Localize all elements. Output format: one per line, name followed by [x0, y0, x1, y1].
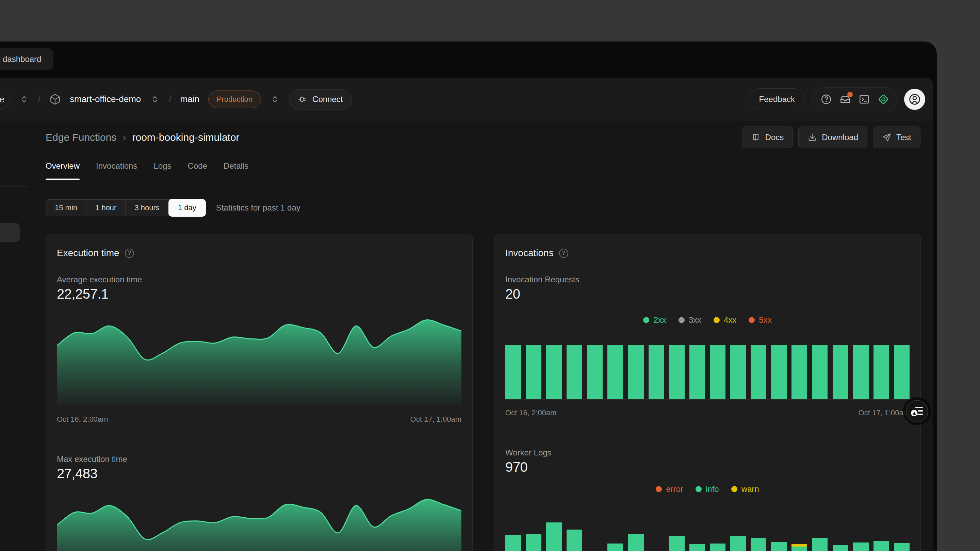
max-execution-value: 27,483	[57, 466, 461, 481]
range-1day-button[interactable]: 1 day	[169, 199, 206, 217]
project-select-chevrons-icon[interactable]	[150, 94, 160, 105]
breadcrumb-slash: /	[38, 94, 40, 105]
avg-execution-label: Average execution time	[57, 275, 461, 284]
legend-dot	[695, 486, 702, 492]
help-circle-icon[interactable]: ?	[559, 249, 568, 258]
docs-button[interactable]: Docs	[742, 127, 793, 148]
legend-warn: warn	[731, 484, 759, 494]
help-icon[interactable]	[817, 90, 836, 109]
test-button[interactable]: Test	[873, 127, 920, 148]
time-range-toolbar: 15 min 1 hour 3 hours 1 day Statistics f…	[46, 199, 933, 216]
branch-name[interactable]: main	[180, 94, 199, 105]
legend-4xx: 4xx	[714, 315, 737, 325]
invocations-card: Invocations ? Invocation Requests 20 2xx	[494, 233, 921, 551]
top-navigation-bar: e / smart-office-demo / main	[0, 78, 933, 121]
project-name[interactable]: smart-office-demo	[70, 94, 141, 105]
org-select-chevrons-icon[interactable]	[19, 94, 29, 105]
connect-button[interactable]: Connect	[289, 89, 352, 110]
tab-overview[interactable]: Overview	[46, 161, 80, 179]
user-avatar[interactable]	[904, 89, 925, 110]
tab-details[interactable]: Details	[224, 161, 248, 179]
breadcrumb-chevron: ›	[123, 132, 126, 143]
log-level-legend: error info warn	[505, 484, 910, 494]
branch-select-chevrons-icon[interactable]	[270, 94, 280, 105]
production-badge-label: Production	[217, 95, 253, 104]
send-icon	[882, 133, 891, 142]
dashboard-tab[interactable]: dashboard	[0, 48, 53, 70]
axis-start-label: Oct 16, 2:00am	[57, 415, 108, 424]
time-range-segmented-control: 15 min 1 hour 3 hours 1 day	[46, 199, 206, 216]
legend-dot	[749, 317, 755, 323]
download-label: Download	[822, 133, 858, 142]
legend-5xx: 5xx	[749, 315, 772, 325]
book-icon	[751, 133, 760, 142]
dashboard-tab-label: dashboard	[3, 54, 41, 64]
tab-logs[interactable]: Logs	[153, 161, 171, 179]
max-execution-chart	[57, 497, 461, 551]
axis-end-label: Oct 17, 1:00am	[410, 415, 461, 424]
assistant-icon[interactable]	[874, 90, 893, 109]
range-1hour-button[interactable]: 1 hour	[86, 200, 126, 216]
docs-label: Docs	[765, 133, 784, 142]
statistics-caption: Statistics for past 1 day	[216, 203, 301, 213]
legend-dot	[656, 486, 662, 492]
topbar-actions: Feedback	[749, 87, 925, 111]
invocation-requests-chart	[505, 345, 910, 399]
page-actions: Docs Download	[742, 127, 920, 148]
avg-chart-axis: Oct 16, 2:00am Oct 17, 1:00am	[57, 406, 461, 424]
utility-icon-group	[812, 87, 897, 111]
invocation-requests-value: 20	[505, 286, 910, 302]
download-icon	[808, 133, 817, 142]
page-breadcrumb: Edge Functions › room-booking-simulator	[46, 132, 240, 143]
download-button[interactable]: Download	[798, 127, 867, 148]
tab-invocations[interactable]: Invocations	[96, 161, 137, 179]
org-partial-label: e	[0, 94, 5, 105]
plug-icon	[298, 95, 308, 104]
main-content: Edge Functions › room-booking-simulator …	[28, 121, 933, 551]
sidebar-divider	[0, 186, 28, 187]
app-body: Edge Functions › room-booking-simulator …	[0, 121, 933, 551]
legend-error: error	[656, 484, 683, 494]
page-title: room-booking-simulator	[132, 132, 239, 143]
status-code-legend: 2xx 3xx 4xx	[505, 315, 910, 325]
worker-logs-chart	[505, 522, 910, 551]
range-15min-button[interactable]: 15 min	[46, 200, 86, 216]
legend-3xx: 3xx	[679, 315, 701, 325]
invocation-requests-label: Invocation Requests	[505, 275, 910, 284]
app-window: e / smart-office-demo / main	[0, 78, 933, 551]
feedback-button[interactable]: Feedback	[749, 89, 805, 110]
tab-code[interactable]: Code	[188, 161, 207, 179]
browser-chrome: dashboard e / smart-office-demo	[0, 41, 937, 551]
avg-execution-chart	[57, 318, 461, 406]
range-3hours-button[interactable]: 3 hours	[126, 200, 168, 216]
page-header: Edge Functions › room-booking-simulator …	[46, 127, 920, 148]
worker-logs-value: 970	[505, 459, 910, 475]
function-tabs: Overview Invocations Logs Code Details	[28, 161, 933, 180]
feedback-label: Feedback	[759, 95, 795, 104]
notification-dot	[847, 92, 853, 97]
legend-info: info	[695, 484, 719, 494]
assistant-floating-button[interactable]	[906, 400, 928, 422]
avg-execution-value: 22,257.1	[57, 286, 461, 302]
breadcrumb: / smart-office-demo / main Production	[0, 89, 352, 110]
assistant-logs-icon	[911, 406, 923, 416]
axis-start-label: Oct 16, 2:00am	[505, 408, 556, 417]
worker-logs-label: Worker Logs	[505, 448, 910, 457]
desktop-background: dashboard e / smart-office-demo	[0, 0, 980, 551]
inbox-icon[interactable]	[836, 90, 855, 109]
terminal-icon[interactable]	[855, 90, 874, 109]
legend-dot	[731, 486, 737, 492]
execution-time-card: Execution time ? Average execution time …	[46, 233, 473, 551]
breadcrumb-edge-functions[interactable]: Edge Functions	[46, 132, 116, 143]
max-execution-label: Max execution time	[57, 454, 461, 464]
legend-dot	[643, 317, 649, 323]
axis-end-label: Oct 17, 1:00am	[859, 408, 910, 417]
execution-card-title: Execution time ?	[57, 248, 461, 259]
help-circle-icon[interactable]: ?	[125, 249, 134, 258]
project-cube-icon	[49, 94, 61, 105]
sidebar	[0, 121, 28, 551]
stat-cards: Execution time ? Average execution time …	[46, 233, 920, 551]
invocations-chart-axis: Oct 16, 2:00am Oct 17, 1:00am	[505, 399, 910, 417]
sidebar-active-item[interactable]	[0, 223, 20, 242]
legend-dot	[714, 317, 720, 323]
